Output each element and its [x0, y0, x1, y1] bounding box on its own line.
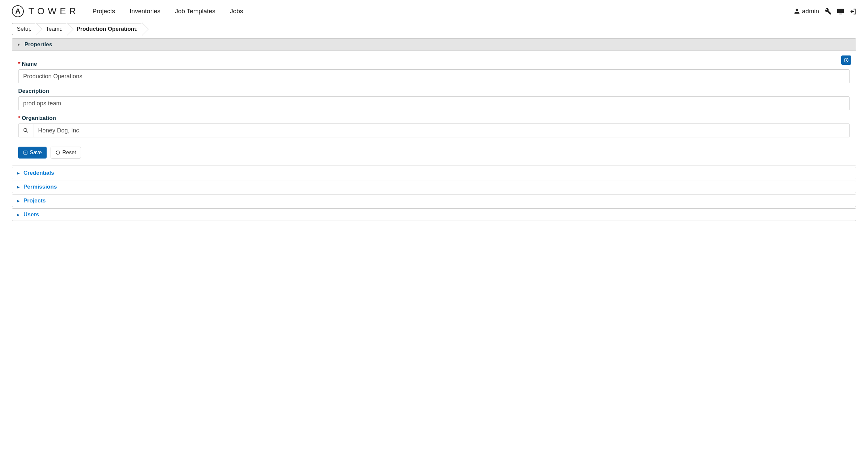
section-credentials[interactable]: ▶ Credentials	[12, 167, 856, 179]
main-nav: Projects Inventories Job Templates Jobs	[93, 8, 243, 15]
form-buttons: Save Reset	[18, 146, 850, 159]
caret-right-icon: ▶	[17, 213, 20, 217]
nav-projects[interactable]: Projects	[93, 8, 115, 15]
logout-icon[interactable]	[849, 8, 856, 15]
caret-right-icon: ▶	[17, 199, 20, 203]
section-permissions[interactable]: ▶ Permissions	[12, 180, 856, 193]
nav-jobs[interactable]: Jobs	[230, 8, 243, 15]
name-label: * Name	[18, 61, 850, 67]
section-title: Credentials	[24, 170, 54, 176]
svg-rect-1	[839, 13, 842, 14]
organization-input[interactable]	[33, 124, 850, 137]
properties-header[interactable]: ▼ Properties	[12, 38, 856, 51]
breadcrumb-setup[interactable]: Setup	[12, 23, 37, 35]
nav-inventories[interactable]: Inventories	[130, 8, 160, 15]
setup-icon[interactable]	[825, 8, 832, 15]
organization-label: * Organization	[18, 115, 850, 122]
check-icon	[23, 150, 28, 155]
name-group: * Name	[18, 61, 850, 83]
organization-lookup-button[interactable]	[18, 124, 33, 137]
username-text: admin	[802, 8, 819, 15]
svg-rect-4	[24, 151, 27, 155]
current-user[interactable]: admin	[794, 8, 819, 15]
description-input[interactable]	[18, 96, 850, 110]
svg-point-3	[24, 129, 27, 131]
reset-button[interactable]: Reset	[51, 146, 81, 159]
section-users[interactable]: ▶ Users	[12, 208, 856, 221]
section-projects[interactable]: ▶ Projects	[12, 195, 856, 207]
topbar-right: admin	[794, 8, 856, 15]
history-icon	[843, 58, 849, 63]
logo-icon: A	[12, 5, 24, 17]
properties-body: * Name Description * Organization	[12, 51, 856, 165]
user-icon	[794, 8, 800, 14]
caret-down-icon: ▼	[17, 43, 21, 46]
brand-logo[interactable]: A TOWER	[12, 5, 79, 17]
description-label: Description	[18, 88, 850, 94]
description-group: Description	[18, 88, 850, 110]
logo-text: TOWER	[28, 6, 79, 16]
nav-job-templates[interactable]: Job Templates	[175, 8, 215, 15]
breadcrumb: Setup Teams Production Operations	[12, 23, 856, 35]
name-input[interactable]	[18, 69, 850, 83]
search-icon	[23, 128, 28, 133]
required-indicator: *	[18, 61, 21, 67]
topbar: A TOWER Projects Inventories Job Templat…	[0, 0, 868, 23]
properties-title: Properties	[25, 41, 52, 48]
content: ▼ Properties * Name Description * Organi…	[12, 38, 856, 221]
section-title: Permissions	[24, 184, 57, 190]
caret-right-icon: ▶	[17, 171, 20, 175]
section-title: Users	[24, 211, 39, 218]
breadcrumb-current[interactable]: Production Operations	[68, 23, 143, 35]
required-indicator: *	[18, 115, 21, 122]
undo-icon	[56, 150, 60, 155]
svg-rect-0	[837, 9, 844, 13]
section-title: Projects	[24, 197, 45, 204]
caret-right-icon: ▶	[17, 185, 20, 189]
activity-stream-button[interactable]	[841, 56, 851, 65]
organization-group: * Organization	[18, 115, 850, 137]
save-button[interactable]: Save	[18, 146, 46, 159]
monitor-icon[interactable]	[837, 8, 844, 15]
